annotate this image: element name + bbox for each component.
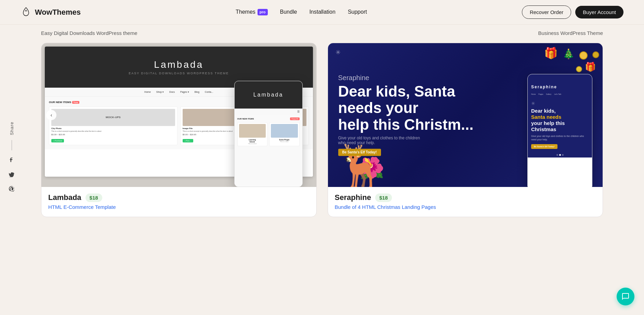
nav-themes[interactable]: Themes pro: [236, 9, 268, 15]
lambada-image-area: Lambada EASY DIGITAL DOWNLOADS WORDPRESS…: [41, 43, 316, 187]
chat-button[interactable]: [617, 288, 634, 305]
lambada-bg: Lambada EASY DIGITAL DOWNLOADS WORDPRESS…: [41, 43, 316, 187]
lambada-title-row: Lambada $18: [48, 193, 310, 202]
header: WowThemes Themes pro Bundle Installation…: [0, 0, 644, 25]
lambada-title: Lambada: [48, 193, 81, 202]
share-divider: [12, 140, 12, 150]
seraphine-mobile-overlay: Seraphine Home Pages Gallery Let's Talk …: [527, 74, 592, 187]
lambada-product-1: MOCK-UPS City Photo This is a short exce…: [49, 106, 178, 145]
left-subtitle: Easy Digital Downloads WordPress theme: [41, 30, 137, 36]
logo[interactable]: WowThemes: [21, 7, 81, 18]
lambada-subtitle: HTML E-Commerce Template: [48, 204, 310, 210]
seraphine-subtitle: Bundle of 4 HTML Christmas Landing Pages: [335, 204, 596, 210]
seraphine-ornaments: 🎁 🎄 🎁: [544, 47, 599, 72]
lambada-desktop-title: Lambada: [129, 59, 229, 70]
buyer-account-button[interactable]: Buyer Account: [575, 6, 623, 18]
pinterest-icon[interactable]: [7, 184, 16, 193]
nav-installation[interactable]: Installation: [309, 9, 336, 15]
seraphine-main-text: Seraphine Dear kids, Santaneeds yourhelp…: [338, 74, 474, 156]
seraphine-image-area: ✳ 🎁 🎄 🎁: [328, 43, 603, 187]
lambada-mobile-overlay: Lambada ☰ OUR NEW ITEMS Tryup All: [234, 81, 303, 187]
seraphine-footer: Seraphine $18 Bundle of 4 HTML Christmas…: [328, 187, 603, 217]
lambada-prev-arrow[interactable]: ‹: [46, 110, 56, 120]
lambada-footer: Lambada $18 HTML E-Commerce Template: [41, 187, 316, 217]
lambada-price: $18: [86, 193, 102, 202]
seraphine-title-row: Seraphine $18: [335, 193, 596, 202]
lambada-card[interactable]: Lambada EASY DIGITAL DOWNLOADS WORDPRESS…: [41, 43, 317, 217]
pro-badge: pro: [258, 9, 268, 15]
seraphine-star-icon: ✳: [336, 49, 341, 56]
seraphine-bg: ✳ 🎁 🎄 🎁: [328, 43, 603, 187]
nav-support[interactable]: Support: [348, 9, 367, 15]
chat-icon: [621, 292, 630, 301]
right-subtitle: Business WordPress Theme: [538, 30, 603, 36]
logo-text: WowThemes: [35, 8, 81, 17]
cards-grid: Lambada EASY DIGITAL DOWNLOADS WORDPRESS…: [41, 39, 603, 231]
seraphine-title: Seraphine: [335, 193, 371, 202]
logo-icon: [21, 7, 31, 18]
seraphine-card[interactable]: ✳ 🎁 🎄 🎁: [328, 43, 603, 217]
share-label: Share: [9, 122, 14, 135]
top-subtitles: Easy Digital Downloads WordPress theme B…: [41, 25, 603, 36]
lambada-desktop-subtitle: EASY DIGITAL DOWNLOADS WORDPRESS THEME: [129, 72, 229, 75]
recover-order-button[interactable]: Recover Order: [522, 5, 571, 19]
seraphine-price: $18: [375, 193, 392, 202]
facebook-icon[interactable]: [7, 155, 16, 165]
twitter-icon[interactable]: [7, 169, 16, 179]
share-sidebar: Share: [7, 122, 16, 193]
nav-bundle[interactable]: Bundle: [280, 9, 297, 15]
main-nav: Themes pro Bundle Installation Support: [236, 9, 367, 15]
main-content: Easy Digital Downloads WordPress theme B…: [0, 25, 644, 231]
header-actions: Recover Order Buyer Account: [522, 5, 623, 19]
